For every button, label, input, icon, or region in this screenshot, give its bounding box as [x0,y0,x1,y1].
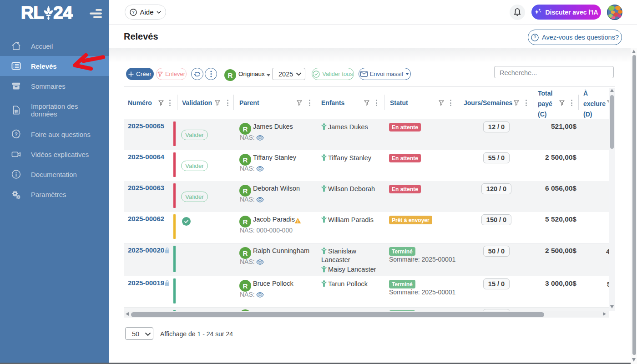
svg-text:?: ? [534,35,536,40]
svg-text:?: ? [15,131,18,137]
svg-text:?: ? [132,10,135,15]
